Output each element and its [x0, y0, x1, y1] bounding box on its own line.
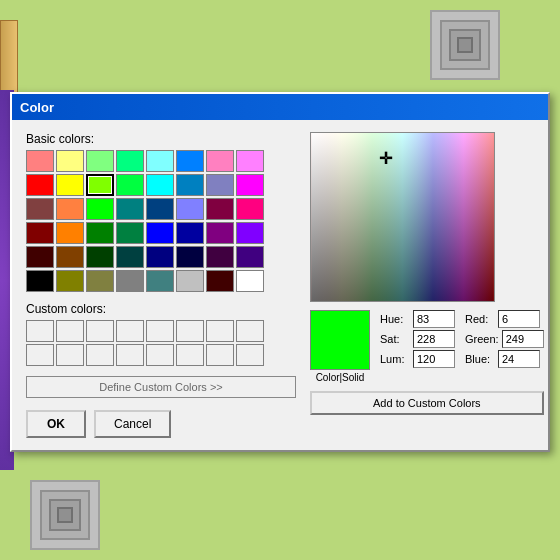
basic-color-cell[interactable]: [176, 246, 204, 268]
red-row: Red:: [465, 310, 544, 328]
basic-color-cell[interactable]: [236, 222, 264, 244]
basic-color-cell[interactable]: [56, 198, 84, 220]
basic-color-cell[interactable]: [56, 174, 84, 196]
basic-color-cell[interactable]: [176, 198, 204, 220]
basic-color-cell[interactable]: [116, 222, 144, 244]
custom-color-cell[interactable]: [116, 344, 144, 366]
basic-color-cell[interactable]: [236, 174, 264, 196]
bg-bottom-inner3: [57, 507, 73, 523]
green-input[interactable]: [502, 330, 544, 348]
basic-colors-section: Basic colors:: [26, 132, 296, 292]
left-panel: Basic colors: Custom colors: Define Cust…: [26, 132, 296, 438]
red-label: Red:: [465, 313, 495, 325]
define-custom-colors-button[interactable]: Define Custom Colors >>: [26, 376, 296, 398]
basic-color-cell[interactable]: [86, 150, 114, 172]
basic-color-cell[interactable]: [116, 150, 144, 172]
basic-color-cell[interactable]: [236, 246, 264, 268]
basic-color-cell[interactable]: [146, 198, 174, 220]
custom-color-cell[interactable]: [56, 320, 84, 342]
custom-color-cell[interactable]: [56, 344, 84, 366]
svg-rect-2: [311, 133, 494, 301]
sat-label: Sat:: [380, 333, 410, 345]
basic-color-cell[interactable]: [176, 270, 204, 292]
basic-color-cell[interactable]: [26, 198, 54, 220]
ok-button[interactable]: OK: [26, 410, 86, 438]
custom-color-cell[interactable]: [116, 320, 144, 342]
cancel-button[interactable]: Cancel: [94, 410, 171, 438]
basic-color-cell[interactable]: [26, 246, 54, 268]
basic-color-cell[interactable]: [206, 246, 234, 268]
blue-row: Blue:: [465, 350, 544, 368]
basic-color-cell[interactable]: [86, 222, 114, 244]
custom-color-cell[interactable]: [86, 344, 114, 366]
basic-color-cell[interactable]: [146, 174, 174, 196]
hue-label: Hue:: [380, 313, 410, 325]
basic-color-cell[interactable]: [236, 150, 264, 172]
custom-color-cell[interactable]: [146, 344, 174, 366]
color-controls: Color|Solid Hue: Sat: Lum:: [310, 310, 544, 383]
basic-color-cell[interactable]: [56, 246, 84, 268]
basic-color-cell[interactable]: [176, 222, 204, 244]
basic-color-cell[interactable]: [206, 270, 234, 292]
basic-color-cell[interactable]: [26, 150, 54, 172]
basic-color-cell[interactable]: [86, 174, 114, 196]
color-dialog: Color Basic colors: Custom colors: Defin…: [10, 92, 550, 452]
color-spectrum-svg: [311, 133, 494, 301]
basic-color-cell[interactable]: [176, 150, 204, 172]
basic-color-cell[interactable]: [146, 150, 174, 172]
blue-input[interactable]: [498, 350, 540, 368]
basic-color-cell[interactable]: [86, 270, 114, 292]
custom-color-cell[interactable]: [176, 344, 204, 366]
basic-color-cell[interactable]: [56, 150, 84, 172]
sat-input[interactable]: [413, 330, 455, 348]
action-row: OK Cancel: [26, 410, 296, 438]
basic-color-cell[interactable]: [116, 246, 144, 268]
basic-color-cell[interactable]: [146, 246, 174, 268]
basic-color-cell[interactable]: [206, 222, 234, 244]
basic-color-cell[interactable]: [206, 150, 234, 172]
basic-color-cell[interactable]: [56, 270, 84, 292]
custom-color-cell[interactable]: [146, 320, 174, 342]
basic-color-cell[interactable]: [146, 222, 174, 244]
custom-color-cell[interactable]: [236, 320, 264, 342]
custom-color-cell[interactable]: [206, 344, 234, 366]
basic-color-cell[interactable]: [236, 270, 264, 292]
sat-row: Sat:: [380, 330, 455, 348]
basic-color-cell[interactable]: [206, 198, 234, 220]
basic-color-cell[interactable]: [26, 270, 54, 292]
hue-input[interactable]: [413, 310, 455, 328]
basic-color-cell[interactable]: [56, 222, 84, 244]
bg-square-inner2: [449, 29, 481, 61]
custom-color-cell[interactable]: [176, 320, 204, 342]
dialog-titlebar[interactable]: Color: [12, 94, 548, 120]
custom-color-cell[interactable]: [236, 344, 264, 366]
basic-color-cell[interactable]: [176, 174, 204, 196]
basic-color-cell[interactable]: [116, 198, 144, 220]
basic-color-cell[interactable]: [26, 174, 54, 196]
add-to-custom-colors-button[interactable]: Add to Custom Colors: [310, 391, 544, 415]
bg-bottom-decoration: [30, 480, 100, 550]
basic-color-cell[interactable]: [86, 198, 114, 220]
custom-color-cell[interactable]: [26, 320, 54, 342]
custom-color-grid: [26, 320, 296, 366]
basic-color-cell[interactable]: [116, 174, 144, 196]
bg-square-inner3: [457, 37, 473, 53]
basic-color-grid: [26, 150, 296, 292]
basic-color-cell[interactable]: [26, 222, 54, 244]
basic-color-cell[interactable]: [206, 174, 234, 196]
right-panel: ✛ Color|Solid Hue: Sat:: [310, 132, 544, 438]
basic-color-cell[interactable]: [236, 198, 264, 220]
custom-color-cell[interactable]: [86, 320, 114, 342]
custom-color-cell[interactable]: [26, 344, 54, 366]
dialog-title: Color: [20, 100, 54, 115]
basic-color-cell[interactable]: [86, 246, 114, 268]
basic-color-cell[interactable]: [116, 270, 144, 292]
hue-row: Hue:: [380, 310, 455, 328]
lum-input[interactable]: [413, 350, 455, 368]
bg-square-inner: [440, 20, 490, 70]
custom-color-cell[interactable]: [206, 320, 234, 342]
basic-color-cell[interactable]: [146, 270, 174, 292]
red-input[interactable]: [498, 310, 540, 328]
custom-colors-label: Custom colors:: [26, 302, 296, 316]
color-picker-canvas[interactable]: ✛: [310, 132, 495, 302]
